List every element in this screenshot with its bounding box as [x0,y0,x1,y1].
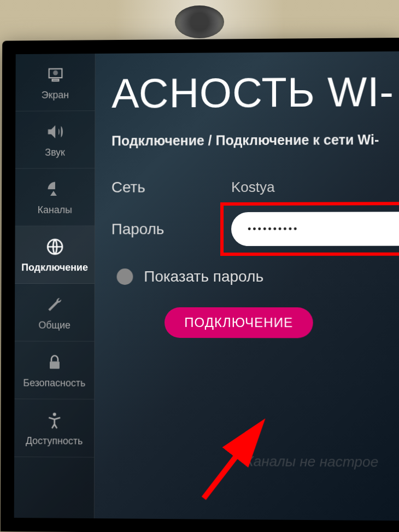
svg-point-0 [53,71,58,75]
speaker-icon [44,121,66,143]
sidebar-item-label: Каналы [38,204,72,216]
settings-sidebar: Экран Звук Каналы Подключение [14,54,96,518]
svg-rect-2 [50,361,60,369]
password-row: Пароль [112,212,399,246]
sidebar-item-label: Общие [38,320,71,331]
accessibility-icon [43,409,65,431]
password-input[interactable] [231,212,399,246]
sidebar-item-accessibility[interactable]: Доступность [14,399,94,458]
screen-icon [44,63,66,85]
svg-point-3 [52,413,56,416]
breadcrumb: Подключение / Подключение к сети Wi- [112,132,399,149]
wall-mount [175,5,224,38]
sidebar-item-label: Доступность [26,435,83,447]
sidebar-item-sound[interactable]: Звук [15,111,95,169]
network-label: Сеть [112,178,231,196]
sidebar-item-label: Экран [42,90,69,101]
wrench-icon [44,294,66,315]
channels-hint: Каналы не настрое [245,453,378,471]
sidebar-item-screen[interactable]: Экран [15,54,95,112]
tv-frame: Экран Звук Каналы Подключение [1,38,399,532]
globe-icon [44,236,66,258]
page-title: АСНОСТЬ WI- [112,68,399,117]
password-label: Пароль [112,220,231,238]
sidebar-item-label: Безопасность [23,377,85,389]
show-password-checkbox[interactable]: Показать пароль [116,268,399,285]
sidebar-item-connection[interactable]: Подключение [15,226,95,284]
sidebar-item-channels[interactable]: Каналы [15,168,95,226]
password-field-wrap [231,212,399,246]
satellite-icon [44,178,66,200]
connect-button-row: ПОДКЛЮЧЕНИЕ [111,307,399,338]
lock-icon [44,352,66,373]
sidebar-item-label: Звук [45,147,65,159]
checkbox-circle-icon [116,268,133,285]
sidebar-item-label: Подключение [21,262,88,273]
sidebar-item-general[interactable]: Общие [15,284,95,342]
network-row: Сеть Kostya [112,178,399,196]
main-panel: АСНОСТЬ WI- Подключение / Подключение к … [95,51,399,521]
show-password-label: Показать пароль [144,268,263,285]
sidebar-item-security[interactable]: Безопасность [14,341,94,399]
connect-button[interactable]: ПОДКЛЮЧЕНИЕ [165,307,313,338]
network-value: Kostya [231,178,275,195]
tv-screen: Экран Звук Каналы Подключение [14,51,399,521]
